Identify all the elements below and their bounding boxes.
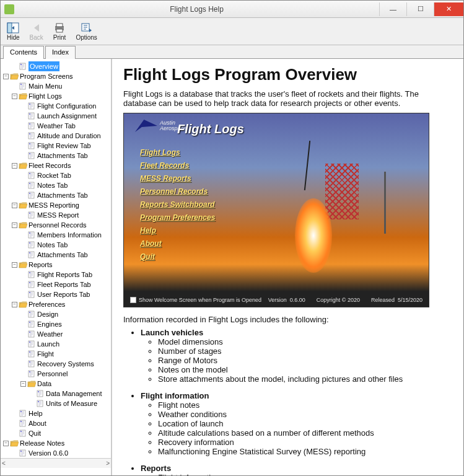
hide-button[interactable]: Hide: [4, 21, 22, 42]
nav-scrollbar-horizontal[interactable]: <>: [1, 458, 111, 468]
tree-item[interactable]: Flight Configuration: [19, 101, 111, 111]
list-item: Location of launch: [158, 419, 452, 428]
tree-item[interactable]: Rocket Tab: [19, 170, 111, 180]
splash-menu-link[interactable]: Program Preferences: [140, 213, 215, 222]
window-title: Flight Logs Help: [14, 5, 379, 14]
page-icon: [27, 152, 36, 159]
page-icon: [27, 102, 36, 110]
tree-item[interactable]: Units of Measure: [28, 399, 111, 408]
splash-menu-link[interactable]: Personnel Records: [140, 187, 215, 196]
close-button[interactable]: ✕: [434, 2, 463, 16]
nav-tabs: Contents Index: [1, 45, 463, 59]
list-item: Altitude calculations based on a number …: [158, 428, 452, 438]
tree-item[interactable]: User Reports Tab: [19, 289, 111, 299]
tree-item[interactable]: Flight Reports Tab: [19, 270, 111, 280]
list-item: Range of Motors: [158, 356, 452, 365]
page-icon: [19, 63, 27, 70]
list-item: Flight notes: [158, 400, 452, 410]
tree-item-help[interactable]: Help: [11, 408, 111, 418]
page-icon: [27, 330, 36, 338]
tree-item-release-notes[interactable]: −Release Notes: [2, 438, 111, 448]
tree-item[interactable]: Personnel: [19, 369, 111, 379]
tree-item-mess-reporting[interactable]: −MESS Reporting: [11, 200, 111, 210]
titlebar[interactable]: Flight Logs Help — ☐ ✕: [1, 1, 463, 18]
splash-menu-link[interactable]: Reports Switchboard: [140, 200, 215, 209]
tree-item-version[interactable]: Version 0.6.0: [11, 448, 111, 458]
nav-tree-pane[interactable]: Overview −Program Screens Main Menu −Fli…: [1, 59, 112, 475]
rocket-flame: [295, 198, 332, 273]
tree-item[interactable]: Flight Review Tab: [19, 141, 111, 151]
page-icon: [27, 112, 36, 120]
back-button[interactable]: Back: [27, 21, 46, 42]
splash-menu-link[interactable]: Flight Logs: [140, 148, 215, 157]
logo-swoosh-icon: [135, 120, 157, 132]
tab-index[interactable]: Index: [45, 46, 76, 59]
tree-item-program-screens[interactable]: −Program Screens: [2, 71, 111, 81]
tree-item[interactable]: Altitude and Duration: [19, 131, 111, 141]
tree-item[interactable]: Attachments Tab: [19, 250, 111, 260]
tree-item[interactable]: Notes Tab: [19, 240, 111, 250]
tree-item[interactable]: Weather Tab: [19, 121, 111, 131]
tree-item-main-menu[interactable]: Main Menu: [11, 81, 111, 91]
splash-menu: Flight LogsFleet RecordsMESS ReportsPers…: [140, 148, 215, 261]
folder-open-icon: [19, 162, 27, 169]
splash-menu-link[interactable]: Fleet Records: [140, 161, 215, 170]
tree-item[interactable]: Attachments Tab: [19, 151, 111, 161]
minimize-button[interactable]: —: [379, 2, 406, 16]
welcome-checkbox[interactable]: [130, 297, 136, 303]
tree-item-personnel-records[interactable]: −Personnel Records: [11, 220, 111, 230]
splash-image: AustinAerospace Flight Logs Flight LogsF…: [123, 113, 429, 307]
tree-item-preferences[interactable]: −Preferences: [11, 299, 111, 309]
options-icon: [81, 22, 93, 33]
page-icon: [27, 350, 36, 358]
page-icon: [27, 122, 36, 130]
tree-item[interactable]: Attachments Tab: [19, 190, 111, 200]
tree-item[interactable]: Data Management: [28, 389, 111, 399]
tree-item[interactable]: Launch: [19, 339, 111, 349]
tree-item-reports[interactable]: −Reports: [11, 260, 111, 270]
tree-item[interactable]: Design: [19, 309, 111, 319]
page-icon: [27, 281, 36, 288]
tree-item[interactable]: Weather: [19, 329, 111, 339]
content-pane[interactable]: Flight Logs Program Overview Flight Logs…: [112, 59, 463, 475]
intro-text: Flight Logs is a database that tracks th…: [123, 89, 452, 108]
folder-open-icon: [19, 301, 27, 308]
print-icon: [53, 22, 66, 33]
tree-item-quit[interactable]: Quit: [11, 428, 111, 438]
folder-open-icon: [19, 201, 27, 209]
section-flight-information: Flight information: [141, 391, 209, 400]
tree-item[interactable]: Launch Assignment: [19, 111, 111, 121]
help-window: Flight Logs Help — ☐ ✕ Hide Back Print O…: [0, 0, 464, 476]
maximize-button[interactable]: ☐: [406, 2, 434, 16]
page-icon: [36, 400, 45, 407]
print-button[interactable]: Print: [51, 21, 69, 42]
tree-item-data[interactable]: −Data: [19, 379, 111, 389]
tree-item[interactable]: Notes Tab: [19, 180, 111, 190]
tree-item-fleet-records[interactable]: −Fleet Records: [11, 161, 111, 170]
page-icon: [27, 370, 36, 377]
page-icon: [27, 311, 36, 318]
toc-tree: Overview −Program Screens Main Menu −Fli…: [1, 61, 111, 458]
page-icon: [36, 390, 45, 397]
section-launch-vehicles: Launch vehicles: [141, 328, 203, 337]
tree-item[interactable]: Fleet Reports Tab: [19, 280, 111, 289]
tree-item-mess-report[interactable]: MESS Report: [19, 210, 111, 220]
tree-item[interactable]: Members Information: [19, 230, 111, 240]
tree-item-about[interactable]: About: [11, 418, 111, 428]
splash-menu-link[interactable]: About: [140, 239, 215, 248]
tab-contents[interactable]: Contents: [3, 46, 44, 59]
tree-item-overview[interactable]: Overview: [11, 61, 111, 71]
section-reports: Reports: [141, 464, 171, 473]
tree-item[interactable]: Engines: [19, 319, 111, 329]
tree-item[interactable]: Flight: [19, 349, 111, 359]
page-icon: [19, 430, 27, 437]
toolbar: Hide Back Print Options: [1, 18, 463, 45]
splash-menu-link[interactable]: Quit: [140, 252, 215, 261]
tree-item-flight-logs[interactable]: −Flight Logs: [11, 91, 111, 101]
splash-menu-link[interactable]: Help: [140, 226, 215, 235]
page-icon: [27, 291, 36, 298]
options-button[interactable]: Options: [73, 21, 99, 42]
tree-item[interactable]: Recovery Systems: [19, 359, 111, 369]
list-item: Recovery information: [158, 438, 452, 447]
splash-menu-link[interactable]: MESS Reports: [140, 174, 215, 183]
